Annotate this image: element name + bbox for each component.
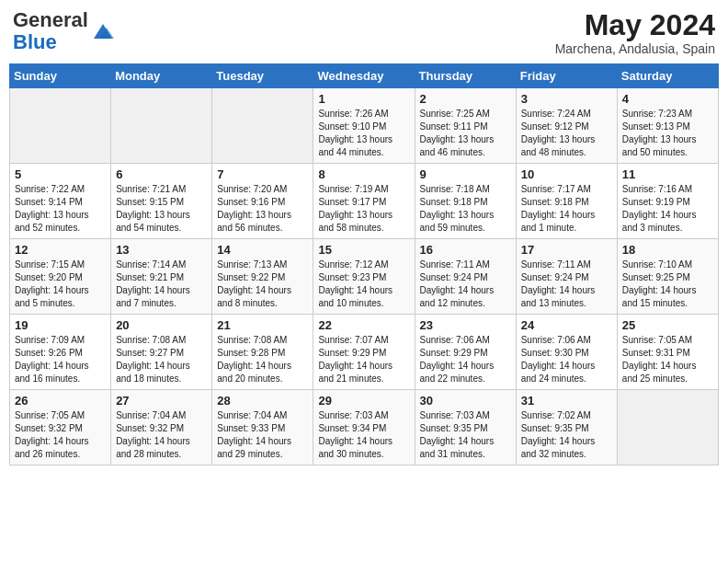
calendar-cell: 15Sunrise: 7:12 AM Sunset: 9:23 PM Dayli… [313, 239, 415, 315]
calendar-cell: 21Sunrise: 7:08 AM Sunset: 9:28 PM Dayli… [212, 315, 313, 390]
calendar-cell [111, 88, 212, 164]
day-number: 2 [420, 92, 511, 106]
calendar-cell: 24Sunrise: 7:06 AM Sunset: 9:30 PM Dayli… [516, 315, 617, 390]
calendar-cell: 29Sunrise: 7:03 AM Sunset: 9:34 PM Dayli… [313, 390, 415, 465]
logo-blue-text: Blue [13, 30, 57, 53]
calendar-cell: 30Sunrise: 7:03 AM Sunset: 9:35 PM Dayli… [415, 390, 516, 465]
day-number: 20 [116, 318, 207, 332]
calendar-table: SundayMondayTuesdayWednesdayThursdayFrid… [9, 63, 719, 465]
day-number: 4 [622, 92, 713, 106]
day-number: 19 [15, 318, 106, 332]
day-info: Sunrise: 7:07 AM Sunset: 9:29 PM Dayligh… [318, 334, 409, 385]
day-number: 3 [521, 92, 612, 106]
calendar-cell: 4Sunrise: 7:23 AM Sunset: 9:13 PM Daylig… [617, 88, 718, 164]
calendar-cell: 16Sunrise: 7:11 AM Sunset: 9:24 PM Dayli… [415, 239, 516, 315]
day-info: Sunrise: 7:23 AM Sunset: 9:13 PM Dayligh… [622, 108, 713, 159]
calendar-cell: 7Sunrise: 7:20 AM Sunset: 9:16 PM Daylig… [212, 164, 313, 239]
weekday-header: Sunday [10, 64, 111, 88]
day-number: 27 [116, 394, 207, 408]
day-info: Sunrise: 7:04 AM Sunset: 9:33 PM Dayligh… [217, 409, 308, 461]
day-number: 13 [116, 243, 207, 257]
day-number: 22 [318, 318, 409, 332]
calendar-cell: 10Sunrise: 7:17 AM Sunset: 9:18 PM Dayli… [516, 164, 617, 239]
day-number: 14 [217, 243, 308, 257]
day-number: 17 [521, 243, 612, 257]
day-info: Sunrise: 7:26 AM Sunset: 9:10 PM Dayligh… [318, 108, 409, 159]
day-number: 8 [318, 167, 409, 181]
day-number: 26 [15, 394, 106, 408]
calendar-cell: 25Sunrise: 7:05 AM Sunset: 9:31 PM Dayli… [617, 315, 718, 390]
calendar-cell: 28Sunrise: 7:04 AM Sunset: 9:33 PM Dayli… [212, 390, 313, 465]
day-info: Sunrise: 7:19 AM Sunset: 9:17 PM Dayligh… [318, 183, 409, 235]
day-info: Sunrise: 7:13 AM Sunset: 9:22 PM Dayligh… [217, 259, 308, 310]
calendar-cell: 3Sunrise: 7:24 AM Sunset: 9:12 PM Daylig… [516, 88, 617, 164]
calendar-cell: 11Sunrise: 7:16 AM Sunset: 9:19 PM Dayli… [617, 164, 718, 239]
day-info: Sunrise: 7:15 AM Sunset: 9:20 PM Dayligh… [15, 259, 106, 310]
calendar-cell [617, 390, 718, 465]
day-number: 6 [116, 167, 207, 181]
day-info: Sunrise: 7:09 AM Sunset: 9:26 PM Dayligh… [15, 334, 106, 385]
page-header: General Blue May 2024 Marchena, Andalusi… [9, 9, 719, 56]
day-number: 1 [318, 92, 409, 106]
calendar-week-row: 12Sunrise: 7:15 AM Sunset: 9:20 PM Dayli… [10, 239, 719, 315]
day-number: 16 [420, 243, 511, 257]
day-number: 9 [420, 167, 511, 181]
day-info: Sunrise: 7:04 AM Sunset: 9:32 PM Dayligh… [116, 409, 207, 461]
day-number: 31 [521, 394, 612, 408]
day-info: Sunrise: 7:25 AM Sunset: 9:11 PM Dayligh… [420, 108, 511, 159]
day-number: 11 [622, 167, 713, 181]
day-info: Sunrise: 7:03 AM Sunset: 9:34 PM Dayligh… [318, 409, 409, 461]
day-number: 23 [420, 318, 511, 332]
location: Marchena, Andalusia, Spain [555, 41, 715, 56]
calendar-cell: 1Sunrise: 7:26 AM Sunset: 9:10 PM Daylig… [313, 88, 415, 164]
day-number: 29 [318, 394, 409, 408]
day-number: 10 [521, 167, 612, 181]
day-info: Sunrise: 7:11 AM Sunset: 9:24 PM Dayligh… [420, 259, 511, 310]
calendar-week-row: 19Sunrise: 7:09 AM Sunset: 9:26 PM Dayli… [10, 315, 719, 390]
day-number: 18 [622, 243, 713, 257]
calendar-header-row: SundayMondayTuesdayWednesdayThursdayFrid… [10, 64, 719, 88]
day-info: Sunrise: 7:14 AM Sunset: 9:21 PM Dayligh… [116, 259, 207, 310]
day-number: 30 [420, 394, 511, 408]
calendar-cell [10, 88, 111, 164]
day-info: Sunrise: 7:06 AM Sunset: 9:29 PM Dayligh… [420, 334, 511, 385]
day-info: Sunrise: 7:08 AM Sunset: 9:27 PM Dayligh… [116, 334, 207, 385]
day-info: Sunrise: 7:11 AM Sunset: 9:24 PM Dayligh… [521, 259, 612, 310]
day-info: Sunrise: 7:05 AM Sunset: 9:31 PM Dayligh… [622, 334, 713, 385]
weekday-header: Friday [516, 64, 617, 88]
calendar-cell: 26Sunrise: 7:05 AM Sunset: 9:32 PM Dayli… [10, 390, 111, 465]
day-number: 28 [217, 394, 308, 408]
calendar-cell: 22Sunrise: 7:07 AM Sunset: 9:29 PM Dayli… [313, 315, 415, 390]
calendar-week-row: 26Sunrise: 7:05 AM Sunset: 9:32 PM Dayli… [10, 390, 719, 465]
title-block: May 2024 Marchena, Andalusia, Spain [555, 9, 715, 56]
calendar-cell: 2Sunrise: 7:25 AM Sunset: 9:11 PM Daylig… [415, 88, 516, 164]
calendar-cell: 23Sunrise: 7:06 AM Sunset: 9:29 PM Dayli… [415, 315, 516, 390]
day-number: 12 [15, 243, 106, 257]
calendar-cell: 6Sunrise: 7:21 AM Sunset: 9:15 PM Daylig… [111, 164, 212, 239]
day-info: Sunrise: 7:17 AM Sunset: 9:18 PM Dayligh… [521, 183, 612, 235]
calendar-week-row: 1Sunrise: 7:26 AM Sunset: 9:10 PM Daylig… [10, 88, 719, 164]
weekday-header: Saturday [617, 64, 718, 88]
weekday-header: Tuesday [212, 64, 313, 88]
day-info: Sunrise: 7:18 AM Sunset: 9:18 PM Dayligh… [420, 183, 511, 235]
calendar-cell: 31Sunrise: 7:02 AM Sunset: 9:35 PM Dayli… [516, 390, 617, 465]
day-info: Sunrise: 7:16 AM Sunset: 9:19 PM Dayligh… [622, 183, 713, 235]
calendar-cell: 20Sunrise: 7:08 AM Sunset: 9:27 PM Dayli… [111, 315, 212, 390]
calendar-week-row: 5Sunrise: 7:22 AM Sunset: 9:14 PM Daylig… [10, 164, 719, 239]
calendar-cell: 9Sunrise: 7:18 AM Sunset: 9:18 PM Daylig… [415, 164, 516, 239]
logo-general-text: General [13, 8, 88, 31]
calendar-cell: 14Sunrise: 7:13 AM Sunset: 9:22 PM Dayli… [212, 239, 313, 315]
day-info: Sunrise: 7:06 AM Sunset: 9:30 PM Dayligh… [521, 334, 612, 385]
day-info: Sunrise: 7:22 AM Sunset: 9:14 PM Dayligh… [15, 183, 106, 235]
calendar-cell: 18Sunrise: 7:10 AM Sunset: 9:25 PM Dayli… [617, 239, 718, 315]
weekday-header: Thursday [415, 64, 516, 88]
day-info: Sunrise: 7:05 AM Sunset: 9:32 PM Dayligh… [15, 409, 106, 461]
logo: General Blue [13, 9, 116, 53]
day-number: 25 [622, 318, 713, 332]
day-info: Sunrise: 7:21 AM Sunset: 9:15 PM Dayligh… [116, 183, 207, 235]
day-number: 21 [217, 318, 308, 332]
day-info: Sunrise: 7:24 AM Sunset: 9:12 PM Dayligh… [521, 108, 612, 159]
day-number: 5 [15, 167, 106, 181]
logo-icon [90, 18, 116, 44]
calendar-cell: 8Sunrise: 7:19 AM Sunset: 9:17 PM Daylig… [313, 164, 415, 239]
